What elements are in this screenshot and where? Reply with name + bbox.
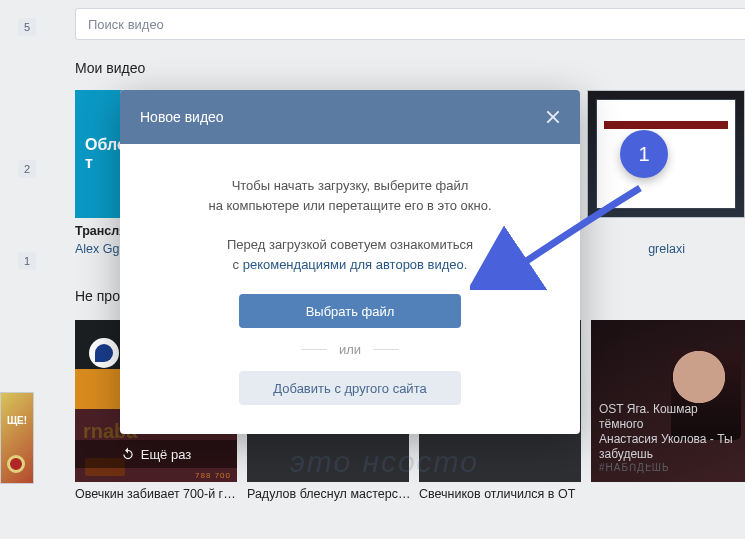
add-from-site-button[interactable]: Добавить с другого сайта bbox=[239, 371, 461, 405]
select-file-button[interactable]: Выбрать файл bbox=[239, 294, 461, 328]
modal-text: Перед загрузкой советуем ознакомиться bbox=[227, 237, 473, 252]
annotation-badge: 1 bbox=[620, 130, 668, 178]
modal-text: с bbox=[233, 257, 243, 272]
modal-title: Новое видео bbox=[140, 109, 224, 125]
close-icon[interactable] bbox=[546, 110, 560, 124]
modal-text: на компьютере или перетащите его в это о… bbox=[208, 198, 491, 213]
upload-modal: Новое видео Чтобы начать загрузку, выбер… bbox=[120, 90, 580, 434]
modal-text: Чтобы начать загрузку, выберите файл bbox=[232, 178, 469, 193]
recommendations-link[interactable]: рекомендациями для авторов видео bbox=[243, 257, 464, 272]
or-separator: или bbox=[339, 342, 361, 357]
modal-text: . bbox=[464, 257, 468, 272]
